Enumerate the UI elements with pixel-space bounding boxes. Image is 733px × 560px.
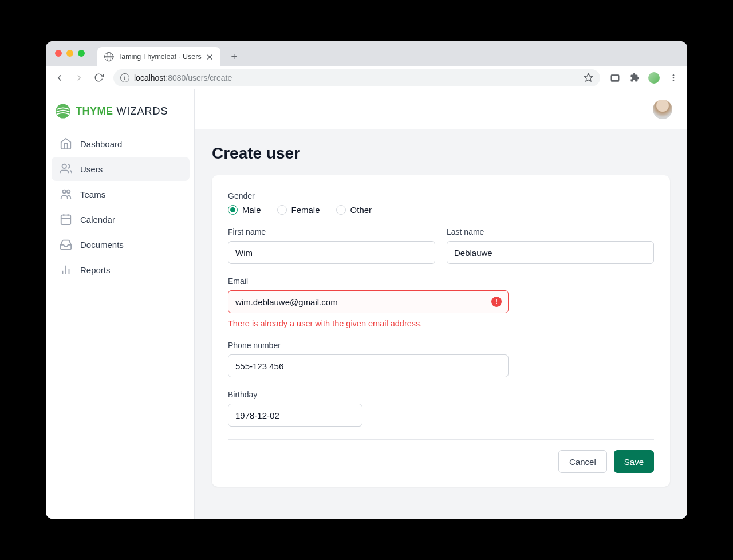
profile-button[interactable] xyxy=(646,70,662,86)
sidebar-item-label: Dashboard xyxy=(80,139,122,149)
svg-point-8 xyxy=(62,164,66,168)
sidebar-item-teams[interactable]: Teams xyxy=(52,182,190,206)
radio-female[interactable]: Female xyxy=(277,205,320,215)
app: THYME WIZARDS Dashboard Users Teams xyxy=(46,89,687,519)
sidebar: THYME WIZARDS Dashboard Users Teams xyxy=(46,89,195,519)
documents-icon xyxy=(60,238,72,251)
phone-label: Phone number xyxy=(228,341,509,350)
radio-label: Other xyxy=(350,205,372,215)
tab-title: Taming Thymeleaf - Users xyxy=(118,53,202,61)
svg-point-10 xyxy=(67,190,70,194)
menu-button[interactable] xyxy=(665,70,681,86)
new-tab-button[interactable]: + xyxy=(226,49,242,65)
sidebar-item-users[interactable]: Users xyxy=(52,157,190,181)
bookmark-icon[interactable] xyxy=(584,73,593,82)
sidebar-item-label: Teams xyxy=(80,190,105,199)
radio-icon xyxy=(277,205,287,215)
cancel-button[interactable]: Cancel xyxy=(558,450,607,473)
sidebar-item-calendar[interactable]: Calendar xyxy=(52,207,190,231)
logo-icon xyxy=(55,103,71,119)
url-text: localhost:8080/users/create xyxy=(134,73,232,82)
browser-toolbar: i localhost:8080/users/create xyxy=(46,66,687,89)
app-header xyxy=(195,89,687,129)
user-avatar[interactable] xyxy=(653,100,672,119)
gender-radio-group: Male Female Other xyxy=(228,205,654,215)
sidebar-item-label: Users xyxy=(80,164,103,174)
team-icon xyxy=(60,188,72,200)
email-label: Email xyxy=(228,277,509,286)
phone-input[interactable] xyxy=(228,354,509,377)
sidebar-item-documents[interactable]: Documents xyxy=(52,232,190,257)
reports-icon xyxy=(60,263,72,276)
globe-icon xyxy=(104,52,113,61)
svg-point-5 xyxy=(673,77,675,78)
last-name-input[interactable] xyxy=(447,241,654,264)
site-info-icon[interactable]: i xyxy=(120,73,129,82)
close-tab-icon[interactable]: ✕ xyxy=(206,53,214,61)
form-card: Gender Male Female Other xyxy=(212,175,670,487)
birthday-label: Birthday xyxy=(228,390,362,399)
main: Create user Gender Male Female xyxy=(195,89,687,519)
radio-other[interactable]: Other xyxy=(336,205,372,215)
forward-button[interactable] xyxy=(71,70,87,86)
logo: THYME WIZARDS xyxy=(52,100,190,132)
svg-rect-11 xyxy=(61,215,71,225)
svg-point-6 xyxy=(673,80,675,81)
email-input[interactable] xyxy=(228,290,509,313)
extensions-icon[interactable] xyxy=(626,70,643,86)
svg-rect-1 xyxy=(611,75,619,80)
home-icon xyxy=(60,137,72,150)
sidebar-item-reports[interactable]: Reports xyxy=(52,258,190,282)
error-icon: ! xyxy=(491,297,502,307)
logo-text: THYME WIZARDS xyxy=(76,105,168,117)
save-button[interactable]: Save xyxy=(614,450,654,473)
browser-tab[interactable]: Taming Thymeleaf - Users ✕ xyxy=(97,47,220,66)
page-title: Create user xyxy=(212,144,670,163)
close-window-button[interactable] xyxy=(55,50,62,57)
first-name-input[interactable] xyxy=(228,241,435,264)
sidebar-item-label: Reports xyxy=(80,265,111,275)
first-name-label: First name xyxy=(228,227,435,236)
url-bar[interactable]: i localhost:8080/users/create xyxy=(113,69,600,86)
calendar-icon xyxy=(60,213,72,226)
svg-point-4 xyxy=(673,74,675,76)
radio-male[interactable]: Male xyxy=(228,205,261,215)
content: Create user Gender Male Female xyxy=(195,129,687,502)
svg-marker-0 xyxy=(584,73,592,81)
minimize-window-button[interactable] xyxy=(66,50,73,57)
form-actions: Cancel Save xyxy=(228,450,654,473)
window-controls xyxy=(55,50,85,57)
maximize-window-button[interactable] xyxy=(78,50,85,57)
responsive-icon[interactable] xyxy=(607,70,623,86)
sidebar-item-label: Documents xyxy=(80,240,124,250)
titlebar: Taming Thymeleaf - Users ✕ + xyxy=(46,41,687,66)
reload-button[interactable] xyxy=(90,70,107,86)
sidebar-item-label: Calendar xyxy=(80,215,115,224)
sidebar-item-dashboard[interactable]: Dashboard xyxy=(52,132,190,156)
divider xyxy=(228,439,654,440)
back-button[interactable] xyxy=(52,70,68,86)
profile-avatar-icon xyxy=(648,72,660,84)
svg-point-9 xyxy=(63,190,66,194)
radio-label: Female xyxy=(291,205,320,215)
radio-icon xyxy=(336,205,346,215)
radio-label: Male xyxy=(242,205,261,215)
users-icon xyxy=(60,163,72,175)
gender-label: Gender xyxy=(228,191,654,200)
last-name-label: Last name xyxy=(447,227,654,236)
browser-window: Taming Thymeleaf - Users ✕ + i localhost… xyxy=(46,41,687,519)
birthday-input[interactable] xyxy=(228,404,362,427)
email-error-message: There is already a user with the given e… xyxy=(228,319,509,328)
radio-icon xyxy=(228,205,238,215)
